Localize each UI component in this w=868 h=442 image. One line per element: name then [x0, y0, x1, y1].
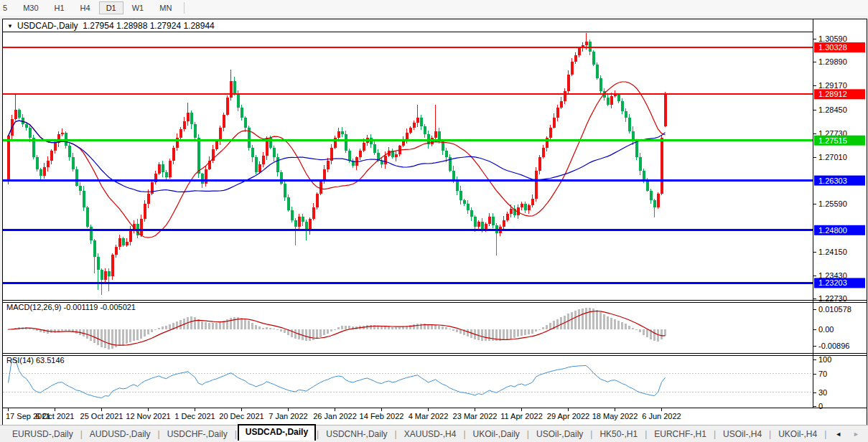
- macd-indicator-label: MACD(12,26,9) -0.001119 -0.005021: [6, 303, 136, 311]
- tab-eurusd-daily[interactable]: EURUSD-,Daily: [6, 427, 80, 441]
- price-axis-label: 1.30328: [818, 43, 847, 52]
- macd-histogram-bar: [316, 329, 318, 339]
- date-axis-label: 6 Oct 2021: [36, 412, 75, 420]
- macd-histogram-bar: [61, 329, 63, 331]
- tab-usoil-daily[interactable]: USOil-,Daily: [530, 427, 589, 441]
- macd-histogram-bar: [413, 324, 415, 329]
- macd-histogram-bar: [165, 326, 167, 329]
- macd-histogram-bar: [542, 327, 544, 329]
- macd-histogram-bar: [528, 329, 530, 334]
- macd-histogram-bar: [485, 329, 487, 341]
- macd-histogram-bar: [391, 327, 393, 329]
- timeframe-button-5[interactable]: 5: [0, 1, 14, 14]
- macd-histogram-bar: [169, 324, 171, 329]
- macd-histogram-bar: [431, 325, 433, 329]
- macd-histogram-bar: [108, 329, 110, 349]
- tab-ukoil-daily[interactable]: UKOil-,Daily: [467, 427, 526, 441]
- macd-histogram-bar: [147, 329, 149, 334]
- macd-layer: [7, 308, 666, 349]
- macd-histogram-bar: [599, 312, 602, 329]
- tab-hk50-h1[interactable]: HK50-,H1: [593, 427, 644, 441]
- macd-histogram-bar: [269, 328, 271, 329]
- timeframe-button-D1[interactable]: D1: [99, 1, 123, 14]
- macd-histogram-bar: [549, 323, 551, 329]
- macd-histogram-bar: [467, 329, 469, 337]
- macd-histogram-bar: [664, 329, 666, 336]
- macd-histogram-bar: [556, 319, 559, 329]
- price-axis-label: 0.00: [818, 325, 834, 334]
- price-chart[interactable]: 1.305901.298901.291701.284501.277301.270…: [3, 19, 867, 425]
- macd-histogram-bar: [617, 321, 620, 329]
- macd-histogram-bar: [395, 327, 397, 329]
- macd-histogram-bar: [280, 329, 282, 332]
- macd-histogram-bar: [309, 329, 311, 341]
- macd-histogram-bar: [323, 329, 325, 335]
- price-axis-label: 1.24800: [818, 226, 847, 235]
- timeframe-button-M30[interactable]: M30: [16, 1, 45, 14]
- macd-histogram-bar: [370, 325, 372, 329]
- macd-histogram-bar: [65, 329, 67, 331]
- macd-histogram-bar: [445, 327, 447, 329]
- date-axis-label: 26 Jan 2022: [313, 412, 357, 420]
- macd-histogram-bar: [632, 328, 634, 329]
- macd-histogram-bar: [574, 311, 577, 329]
- macd-histogram-bar: [248, 321, 250, 329]
- macd-histogram-bar: [661, 329, 663, 339]
- macd-histogram-bar: [179, 320, 182, 329]
- price-axis-label: 100: [818, 355, 831, 364]
- tab-audusd-daily[interactable]: AUDUSD-,Daily: [83, 427, 157, 441]
- macd-histogram-bar: [201, 321, 203, 329]
- macd-histogram-bar: [330, 329, 332, 332]
- tab-usdchf-daily[interactable]: USDCHF-,Daily: [161, 427, 234, 441]
- macd-histogram-bar: [589, 308, 591, 329]
- macd-histogram-bar: [151, 329, 153, 332]
- macd-histogram-bar: [126, 329, 128, 344]
- macd-histogram-bar: [635, 329, 638, 330]
- timeframe-button-W1[interactable]: W1: [125, 1, 151, 14]
- tab-usdcad-daily[interactable]: USDCAD-,Daily: [238, 424, 316, 441]
- rsi-layer: [3, 359, 813, 398]
- macd-histogram-bar: [341, 326, 343, 329]
- macd-histogram-bar: [456, 329, 458, 332]
- timeframe-button-H4[interactable]: H4: [73, 1, 98, 14]
- macd-histogram-bar: [140, 329, 142, 339]
- macd-histogram-bar: [639, 329, 641, 332]
- macd-histogram-bar: [452, 329, 454, 331]
- price-axis-label: 1.24150: [818, 248, 847, 256]
- macd-histogram-bar: [560, 317, 562, 329]
- macd-histogram-bar: [535, 329, 537, 332]
- timeframe-button-H1[interactable]: H1: [47, 1, 72, 14]
- tab-xauusd-h4[interactable]: XAUUSD-,H4: [398, 427, 463, 441]
- macd-histogram-bar: [628, 326, 630, 329]
- macd-histogram-bar: [129, 329, 131, 342]
- price-axis-label: 1.25590: [818, 199, 847, 208]
- moving-averages-layer: [9, 82, 666, 238]
- macd-histogram-bar: [233, 317, 235, 329]
- tab-separator: |: [395, 429, 397, 439]
- tab-separator: |: [769, 429, 771, 439]
- macd-histogram-bar: [205, 322, 207, 329]
- date-axis-label: 1 Dec 2021: [174, 412, 215, 420]
- tab-usdcnh-daily[interactable]: USDCNH-,Daily: [319, 427, 393, 441]
- date-axis-label: 25 Oct 2021: [80, 412, 123, 420]
- macd-histogram-bar: [230, 318, 232, 329]
- tab-scroll-right-icon[interactable]: ►: [853, 431, 859, 438]
- date-axis-label: 7 Jan 2022: [269, 412, 307, 420]
- tab-eurchf-h1[interactable]: EURCHF-,H1: [648, 427, 713, 441]
- macd-histogram-bar: [215, 323, 218, 329]
- date-axis-label: 23 Mar 2022: [453, 412, 498, 420]
- tab-scroll-left-icon[interactable]: ◄: [835, 431, 841, 438]
- tab-usoil-h4[interactable]: USOil-,H4: [717, 427, 768, 441]
- macd-histogram-bar: [345, 326, 347, 329]
- macd-histogram-bar: [136, 329, 139, 340]
- macd-histogram-bar: [546, 325, 548, 329]
- timeframe-button-MN[interactable]: MN: [152, 1, 179, 14]
- price-axis-label: 0.010578: [818, 305, 851, 314]
- macd-histogram-bar: [144, 329, 146, 337]
- tab-ukoil-h4[interactable]: UKOil-,H4: [772, 427, 823, 441]
- macd-histogram-bar: [219, 322, 221, 329]
- macd-histogram-bar: [582, 309, 584, 329]
- macd-histogram-bar: [438, 326, 440, 329]
- macd-histogram-bar: [442, 326, 444, 329]
- symbol-dropdown-icon[interactable]: ▼: [7, 23, 13, 29]
